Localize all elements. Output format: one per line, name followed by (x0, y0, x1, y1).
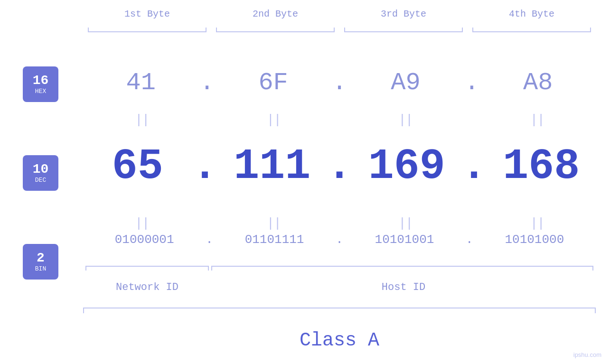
badge-dec-label: DEC (35, 177, 46, 184)
equals-bin-1: || (83, 216, 201, 231)
equals-row-1: || || || || (83, 112, 596, 127)
host-id-label: Host ID (211, 281, 596, 293)
dot-dec-2: . (327, 142, 352, 191)
network-bracket-line (85, 266, 209, 267)
dec-row: 65 . 111 . 169 . 168 (83, 142, 596, 191)
bin-value-1: 01000001 (83, 233, 206, 247)
bin-row: 01000001 . 01101111 . 10101001 . 1010100… (83, 233, 596, 247)
badges-column: 16 HEX 10 DEC 2 BIN (23, 66, 58, 280)
dec-value-2: 111 (218, 142, 327, 191)
dot-dec-1: . (192, 142, 217, 191)
byte-header-2: 2nd Byte (211, 9, 339, 19)
byte-header-3: 3rd Byte (339, 9, 468, 19)
hex-value-2: 6F (216, 69, 331, 97)
content-area: 1st Byte 2nd Byte 3rd Byte 4th Byte 41 . (83, 0, 596, 364)
bracket-3 (339, 28, 468, 36)
hex-value-3: A9 (348, 69, 464, 97)
dot-bin-2: . (336, 233, 343, 247)
network-id-label: Network ID (83, 281, 211, 293)
equals-3: || (347, 112, 464, 127)
dec-value-4: 168 (487, 142, 596, 191)
bin-value-3: 10101001 (343, 233, 466, 247)
hex-value-1: 41 (83, 69, 199, 97)
hex-row: 41 . 6F . A9 . A8 (83, 69, 596, 97)
dec-value-1: 65 (83, 142, 192, 191)
bottom-brackets (83, 266, 596, 274)
dot-bin-1: . (206, 233, 213, 247)
equals-4: || (479, 112, 596, 127)
byte-header-4: 4th Byte (468, 9, 596, 19)
host-bracket (211, 266, 593, 274)
dot-dec-3: . (461, 142, 487, 191)
bracket-2 (211, 28, 339, 36)
bracket-line-3 (344, 31, 463, 32)
byte-header-1: 1st Byte (83, 9, 211, 19)
equals-bin-4: || (479, 216, 596, 231)
watermark: ipshu.com (573, 351, 601, 358)
dot-hex-1: . (199, 69, 216, 97)
badge-hex-number: 16 (33, 74, 49, 88)
full-bottom-bracket (83, 308, 596, 308)
main-container: 16 HEX 10 DEC 2 BIN 1st Byte 2nd Byte 3r… (0, 0, 610, 364)
badge-dec-number: 10 (33, 162, 49, 177)
equals-bin-3: || (347, 216, 464, 231)
bin-value-4: 10101000 (473, 233, 596, 247)
bracket-4 (468, 28, 596, 36)
class-label: Class A (83, 330, 596, 351)
dot-hex-3: . (463, 69, 480, 97)
byte-headers: 1st Byte 2nd Byte 3rd Byte 4th Byte (83, 9, 596, 19)
badge-bin: 2 BIN (23, 244, 58, 280)
badge-dec: 10 DEC (23, 155, 58, 191)
bracket-line-2 (216, 31, 335, 32)
hex-value-4: A8 (480, 69, 596, 97)
dec-value-3: 169 (352, 142, 461, 191)
top-brackets (83, 28, 596, 36)
host-bracket-line (211, 266, 593, 267)
bracket-1 (83, 28, 211, 36)
badge-hex: 16 HEX (23, 66, 58, 102)
bracket-line-1 (88, 31, 206, 32)
equals-2: || (215, 112, 333, 127)
equals-bin-2: || (215, 216, 333, 231)
labels-row: Network ID Host ID (83, 281, 596, 293)
badge-bin-number: 2 (37, 251, 45, 266)
badge-bin-label: BIN (35, 265, 46, 272)
equals-1: || (83, 112, 201, 127)
bin-value-2: 01101111 (213, 233, 336, 247)
equals-row-2: || || || || (83, 216, 596, 231)
dot-bin-3: . (466, 233, 473, 247)
bracket-line-4 (472, 31, 591, 32)
badge-hex-label: HEX (35, 88, 46, 95)
dot-hex-2: . (331, 69, 347, 97)
network-bracket (85, 266, 209, 274)
